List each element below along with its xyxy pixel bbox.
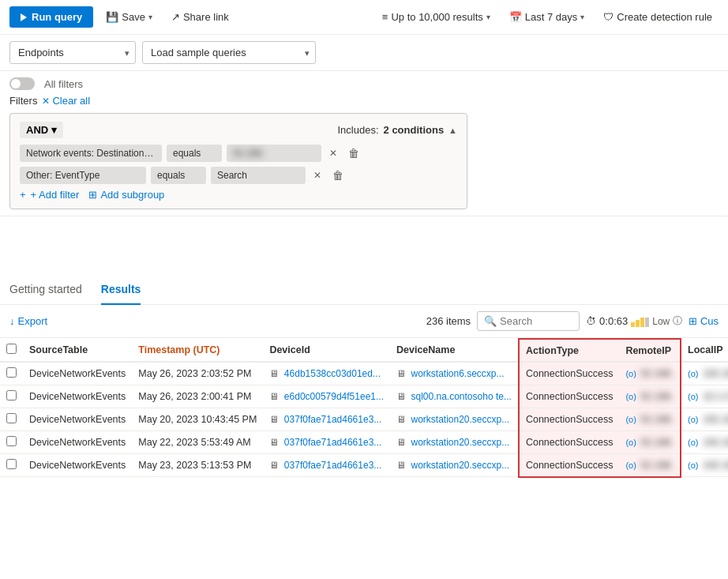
customize-label: Cus: [700, 315, 719, 327]
perf-label: Low: [652, 316, 670, 327]
time-range-chevron: ▾: [580, 13, 584, 21]
row-checkbox[interactable]: [6, 436, 17, 446]
top-toolbar: Run query 💾 Save ▾ ↗ Share link ≡ Up to …: [0, 0, 728, 35]
row-remote-ip: (o) 52.168.: [619, 408, 681, 431]
device-icon: 🖥: [269, 391, 279, 402]
dropdowns-row: Endpoints Load sample queries: [0, 35, 728, 71]
row-device-id: 🖥 46db1538cc03d01ed...: [263, 362, 390, 385]
device-id-link[interactable]: e6d0c00579d4f51ee1...: [284, 391, 384, 402]
save-button[interactable]: 💾 Save ▾: [99, 6, 159, 28]
col-header-device-id[interactable]: DeviceId: [263, 339, 390, 362]
condition-1-clear-button[interactable]: ✕: [326, 146, 340, 160]
remote-ip-value: 52.168.: [640, 460, 674, 471]
results-list-icon: ≡: [382, 11, 388, 23]
select-all-checkbox[interactable]: [6, 344, 17, 354]
plus-icon: +: [20, 189, 26, 201]
endpoints-dropdown-wrapper: Endpoints: [9, 41, 136, 64]
share-icon: ↗: [171, 11, 180, 23]
condition-2-clear-button[interactable]: ✕: [310, 168, 325, 182]
results-limit-label: Up to 10,000 results: [391, 11, 482, 23]
device-id-link[interactable]: 46db1538cc03d01ed...: [284, 368, 381, 379]
col-header-remote-ip[interactable]: RemoteIP: [619, 339, 681, 362]
row-checkbox-cell: [0, 431, 23, 454]
row-device-name: 🖥 workstation20.seccxp...: [390, 454, 519, 477]
col-header-action-type[interactable]: ActionType: [519, 339, 619, 362]
device-name-link[interactable]: workstation20.seccxp...: [411, 437, 509, 448]
tab-getting-started-label: Getting started: [9, 283, 82, 295]
device-name-icon: 🖥: [396, 437, 406, 448]
endpoints-dropdown[interactable]: Endpoints: [9, 41, 136, 64]
run-query-label: Run query: [32, 11, 82, 23]
export-button[interactable]: ↓ Export: [9, 315, 47, 327]
row-device-name: 🖥 workstation6.seccxp...: [390, 362, 519, 385]
conditions-header: AND ▾ Includes: 2 conditions ▲: [20, 122, 457, 138]
remote-ip-value: 52.168.: [640, 391, 674, 402]
tab-results-label: Results: [101, 283, 141, 295]
time-range-button[interactable]: 📅 Last 7 days ▾: [503, 7, 591, 27]
condition-1-value[interactable]: 52.168.: [227, 145, 321, 162]
all-filters-toggle[interactable]: [9, 77, 35, 90]
col-header-local-ip-label: LocalIP: [688, 344, 722, 355]
row-source-table: DeviceNetworkEvents: [23, 408, 132, 431]
row-timestamp: May 23, 2023 5:13:53 PM: [132, 454, 263, 477]
device-name-link[interactable]: sql00.na.contosoho te...: [411, 391, 511, 402]
device-name-link[interactable]: workstation6.seccxp...: [411, 368, 504, 379]
row-remote-ip: (o) 52.168.: [619, 454, 681, 477]
run-query-button[interactable]: Run query: [9, 6, 93, 28]
condition-1-operator[interactable]: equals: [167, 145, 222, 162]
col-header-device-name-label: DeviceName: [396, 344, 455, 355]
collapse-icon[interactable]: ▲: [448, 126, 457, 135]
condition-1-delete-button[interactable]: 🗑: [345, 145, 362, 161]
add-subgroup-label: Add subgroup: [100, 189, 164, 201]
perf-bars: [631, 316, 649, 327]
local-wifi-icon: (o): [688, 415, 698, 424]
tabs-section: Getting started Results: [0, 264, 728, 305]
col-header-local-ip[interactable]: LocalIP: [681, 339, 728, 362]
all-filters-row: All filters: [9, 77, 719, 90]
condition-2-operator[interactable]: equals: [151, 167, 206, 184]
wifi-icon: (o): [625, 369, 636, 378]
add-subgroup-button[interactable]: ⊞ Add subgroup: [88, 189, 164, 201]
clear-all-button[interactable]: ✕ Clear all: [42, 95, 90, 107]
row-checkbox[interactable]: [6, 390, 17, 400]
customize-columns-button[interactable]: ⊞ Cus: [689, 315, 719, 327]
condition-2-delete-button[interactable]: 🗑: [329, 167, 347, 183]
search-input[interactable]: [500, 315, 571, 327]
device-id-link[interactable]: 037f0fae71ad4661e3...: [284, 460, 381, 471]
condition-1-field[interactable]: Network events: DestinationIPA...: [20, 145, 162, 162]
row-action-type: ConnectionSuccess: [519, 385, 619, 408]
col-header-timestamp[interactable]: Timestamp (UTC): [132, 339, 263, 362]
row-checkbox[interactable]: [6, 413, 17, 423]
row-checkbox-cell: [0, 454, 23, 477]
row-timestamp: May 26, 2023 2:00:41 PM: [132, 385, 263, 408]
device-id-link[interactable]: 037f0fae71ad4661e3...: [284, 414, 381, 425]
row-checkbox[interactable]: [6, 459, 17, 469]
tab-getting-started[interactable]: Getting started: [9, 276, 82, 305]
conditions-count: 2 conditions: [384, 124, 445, 136]
tab-results[interactable]: Results: [101, 276, 141, 305]
create-detection-rule-button[interactable]: 🛡 Create detection rule: [597, 7, 719, 27]
table-row: DeviceNetworkEvents May 23, 2023 5:13:53…: [0, 454, 728, 477]
row-remote-ip: (o) 52.168.: [619, 362, 681, 385]
table-row: DeviceNetworkEvents May 26, 2023 2:03:52…: [0, 362, 728, 385]
perf-bar-3: [640, 318, 644, 327]
share-link-button[interactable]: ↗ Share link: [165, 6, 235, 28]
sample-queries-dropdown[interactable]: Load sample queries: [142, 41, 316, 64]
and-button[interactable]: AND ▾: [20, 122, 63, 138]
col-header-source-table-label: SourceTable: [29, 344, 88, 355]
info-icon[interactable]: ⓘ: [673, 314, 682, 328]
results-limit-button[interactable]: ≡ Up to 10,000 results ▾: [376, 7, 497, 27]
add-filter-button[interactable]: + + Add filter: [20, 189, 79, 201]
row-source-table: DeviceNetworkEvents: [23, 431, 132, 454]
col-header-device-name[interactable]: DeviceName: [390, 339, 519, 362]
condition-2-value[interactable]: Search: [211, 167, 306, 184]
col-header-remote-ip-label: RemoteIP: [625, 345, 671, 356]
condition-2-field[interactable]: Other: EventType: [20, 167, 146, 184]
row-checkbox[interactable]: [6, 367, 17, 378]
device-name-link[interactable]: workstation20.seccxp...: [411, 460, 509, 471]
filters-clear-row: Filters ✕ Clear all: [9, 95, 719, 107]
device-name-link[interactable]: workstation20.seccxp...: [411, 414, 509, 425]
device-id-link[interactable]: 037f0fae71ad4661e3...: [284, 437, 381, 448]
perf-bar-2: [636, 320, 640, 327]
col-header-source-table[interactable]: SourceTable: [23, 339, 132, 362]
